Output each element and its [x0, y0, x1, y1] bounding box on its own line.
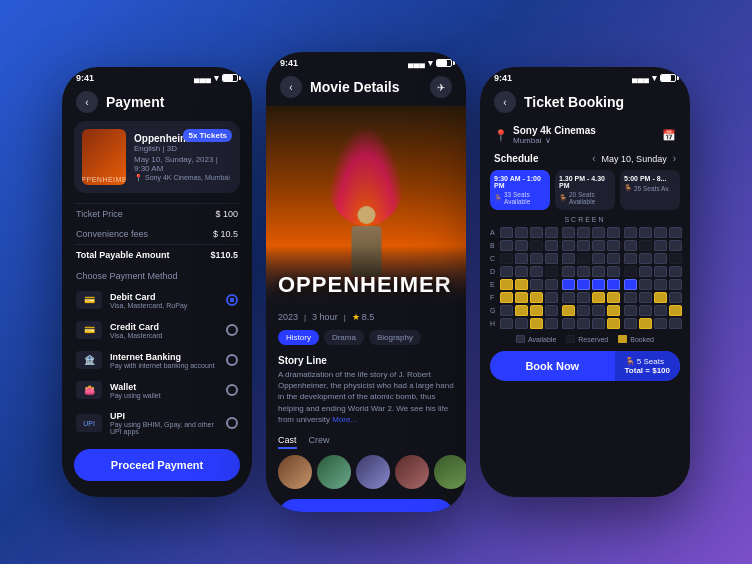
seat[interactable]: [654, 266, 667, 277]
genre-biography[interactable]: Biography: [369, 330, 421, 345]
seat[interactable]: [500, 227, 513, 238]
more-link[interactable]: More...: [332, 415, 357, 424]
seat[interactable]: [515, 240, 528, 251]
seat[interactable]: [669, 318, 682, 329]
seat[interactable]: [639, 253, 652, 264]
time-slot-3[interactable]: 5:00 PM - 8... 🪑26 Seats Av.: [620, 170, 680, 210]
seat[interactable]: [669, 292, 682, 303]
schedule-prev[interactable]: ‹: [592, 153, 595, 164]
genre-history[interactable]: History: [278, 330, 319, 345]
seat[interactable]: [562, 318, 575, 329]
payment-internet-banking[interactable]: 🏦 Internet Banking Pay with internet ban…: [62, 345, 252, 375]
back-button-right[interactable]: ‹: [494, 91, 516, 113]
book-now-button[interactable]: Book Now: [490, 351, 615, 381]
payment-debit-card[interactable]: 💳 Debit Card Visa, Mastercard, RuPay: [62, 285, 252, 315]
payment-upi[interactable]: UPI UPI Pay using BHIM, Gpay, and other …: [62, 405, 252, 441]
seat[interactable]: [639, 305, 652, 316]
seat[interactable]: [577, 305, 590, 316]
seat[interactable]: [592, 266, 605, 277]
seat[interactable]: [639, 292, 652, 303]
crew-tab[interactable]: Crew: [309, 435, 330, 449]
seat[interactable]: [530, 266, 543, 277]
seat[interactable]: [607, 240, 620, 251]
upi-radio[interactable]: [226, 417, 238, 429]
seat[interactable]: [562, 279, 575, 290]
back-button-left[interactable]: ‹: [76, 91, 98, 113]
payment-credit-card[interactable]: 💳 Credit Card Visa, Mastercard: [62, 315, 252, 345]
seat[interactable]: [624, 227, 637, 238]
seat[interactable]: [654, 305, 667, 316]
seat[interactable]: [515, 253, 528, 264]
wallet-radio[interactable]: [226, 384, 238, 396]
seat[interactable]: [592, 279, 605, 290]
credit-card-radio[interactable]: [226, 324, 238, 336]
seat[interactable]: [545, 305, 558, 316]
seat[interactable]: [624, 279, 637, 290]
seat[interactable]: [639, 266, 652, 277]
seat[interactable]: [530, 253, 543, 264]
seat[interactable]: [654, 227, 667, 238]
seat[interactable]: [592, 318, 605, 329]
seat[interactable]: [654, 240, 667, 251]
seat[interactable]: [515, 266, 528, 277]
seat[interactable]: [624, 318, 637, 329]
seat[interactable]: [562, 253, 575, 264]
seat[interactable]: [562, 292, 575, 303]
back-button-middle[interactable]: ‹: [280, 76, 302, 98]
seat[interactable]: [654, 253, 667, 264]
seat[interactable]: [592, 253, 605, 264]
genre-drama[interactable]: Drama: [324, 330, 364, 345]
seat[interactable]: [530, 279, 543, 290]
seat[interactable]: [669, 240, 682, 251]
seat[interactable]: [545, 253, 558, 264]
proceed-payment-button[interactable]: Proceed Payment: [74, 449, 240, 481]
schedule-next[interactable]: ›: [673, 153, 676, 164]
seat[interactable]: [530, 227, 543, 238]
seat[interactable]: [624, 292, 637, 303]
internet-banking-radio[interactable]: [226, 354, 238, 366]
seat[interactable]: [654, 318, 667, 329]
seat[interactable]: [669, 227, 682, 238]
seat[interactable]: [515, 227, 528, 238]
seat[interactable]: [500, 266, 513, 277]
seat[interactable]: [562, 266, 575, 277]
seat[interactable]: [515, 318, 528, 329]
book-tickets-button[interactable]: 🎟 Book Tickets: [278, 499, 454, 512]
payment-wallet[interactable]: 👛 Wallet Pay using wallet: [62, 375, 252, 405]
debit-card-radio[interactable]: [226, 294, 238, 306]
seat[interactable]: [624, 253, 637, 264]
seat[interactable]: [577, 292, 590, 303]
venue-dropdown-icon[interactable]: ∨: [545, 136, 551, 145]
seat[interactable]: [639, 227, 652, 238]
calendar-icon[interactable]: 📅: [662, 129, 676, 142]
seat[interactable]: [669, 279, 682, 290]
seat[interactable]: [607, 279, 620, 290]
seat[interactable]: [592, 227, 605, 238]
seat[interactable]: [592, 305, 605, 316]
seat[interactable]: [500, 305, 513, 316]
seat[interactable]: [592, 240, 605, 251]
seat[interactable]: [607, 266, 620, 277]
time-slot-2[interactable]: 1.30 PM - 4.30 PM 🪑20 Seats Available: [555, 170, 615, 210]
seat[interactable]: [624, 305, 637, 316]
seat[interactable]: [500, 318, 513, 329]
seat[interactable]: [639, 279, 652, 290]
seat[interactable]: [500, 240, 513, 251]
seat[interactable]: [669, 266, 682, 277]
cast-tab[interactable]: Cast: [278, 435, 297, 449]
seat[interactable]: [545, 227, 558, 238]
seat[interactable]: [577, 266, 590, 277]
seat[interactable]: [577, 318, 590, 329]
time-slot-1[interactable]: 9:30 AM - 1:00 PM 🪑33 Seats Available: [490, 170, 550, 210]
seat[interactable]: [545, 292, 558, 303]
seat[interactable]: [607, 227, 620, 238]
seat[interactable]: [624, 240, 637, 251]
seat[interactable]: [545, 279, 558, 290]
seat[interactable]: [562, 227, 575, 238]
seat[interactable]: [545, 240, 558, 251]
seat[interactable]: [577, 279, 590, 290]
seat[interactable]: [654, 279, 667, 290]
seat[interactable]: [562, 240, 575, 251]
share-button[interactable]: ✈: [430, 76, 452, 98]
seat[interactable]: [577, 227, 590, 238]
